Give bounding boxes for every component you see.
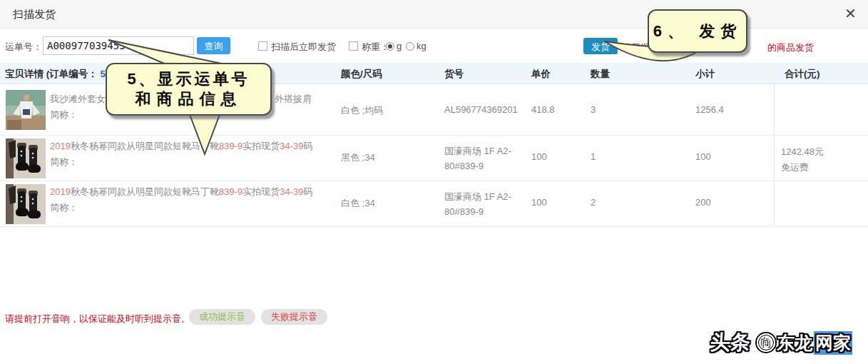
ship-notice-left: 温馨提 <box>622 41 650 54</box>
cell-sku: AL596774369201 <box>444 104 518 115</box>
title-highlight: 839-9 <box>219 141 242 151</box>
short-name-label: 简称： <box>50 201 78 214</box>
fail-sound-button[interactable]: 失败提示音 <box>261 309 327 325</box>
title-text: 码 <box>303 141 312 151</box>
title-text: 实拍现货 <box>242 186 280 197</box>
col-color-size: 颜色/尺码 <box>341 68 382 81</box>
success-sound-button[interactable]: 成功提示音 <box>189 309 255 325</box>
waybill-input[interactable] <box>43 36 194 55</box>
title-highlight: 2019 <box>50 141 71 151</box>
cell-color-size: 白色 ;34 <box>341 197 375 210</box>
cell-subtotal: 1256.4 <box>695 104 724 115</box>
product-title: 2019秋冬杨幂同款从明星同款短靴马丁靴839-9实拍现货34-39码 <box>50 140 312 153</box>
col-price: 单价 <box>531 68 551 81</box>
black-boots-photo <box>6 138 46 178</box>
callout-step6-label: 6、 发货 <box>653 21 742 41</box>
close-icon[interactable]: ✕ <box>844 6 857 21</box>
total-column-divider <box>774 84 775 227</box>
total-amount: 1242.48元 <box>781 144 824 160</box>
cell-color-size: 白色 ;均码 <box>341 104 383 117</box>
watermark-circle-icon: 向 <box>757 333 775 352</box>
title-text: 秋冬杨幂同款从明星同款短靴马丁靴 <box>71 141 219 151</box>
dialog-title: 扫描发货 <box>13 8 56 21</box>
weigh-checkbox[interactable] <box>349 41 358 51</box>
beach-outfit-photo <box>6 90 46 130</box>
scan-ship-dialog: 扫描发货 ✕ 运单号： 查询 扫描后立即发货 称重： g kg 发货 温馨提 的… <box>0 0 868 364</box>
cell-qty: 3 <box>591 104 596 115</box>
toutiao-logo: 头条 <box>710 329 752 356</box>
callout-step6: 6、 发货 <box>648 9 747 53</box>
cell-price: 100 <box>531 197 547 208</box>
product-title-fragment-right: 外搭披肩 <box>275 93 312 106</box>
table-row: 2019秋冬杨幂同款从明星同款短靴马丁靴839-9实拍现货34-39码 简称： … <box>0 136 868 181</box>
cell-subtotal: 200 <box>695 197 711 208</box>
query-button[interactable]: 查询 <box>197 37 230 54</box>
short-name-label: 简称： <box>50 156 78 168</box>
cell-sku: 国濠商场 1F A2-80#839-9 <box>444 143 524 173</box>
title-text: 码 <box>303 186 312 197</box>
callout-step5-line2: 和商品信息 <box>136 89 242 109</box>
col-total: 合计(元) <box>785 68 820 81</box>
cell-sku: 国濠商场 1F A2-80#839-9 <box>444 189 524 219</box>
watermark-handle-left: 东龙 <box>777 331 812 355</box>
title-highlight: 2019 <box>50 186 71 197</box>
order-label: (订单编号： <box>46 69 98 79</box>
ship-button[interactable]: 发货 <box>583 38 618 54</box>
col-subtotal: 小计 <box>695 68 715 81</box>
audio-notice: 请提前打开音响，以保证能及时听到提示音。 <box>5 313 190 325</box>
title-text: 秋冬杨幂同款从明星同款短靴马丁靴 <box>71 186 219 197</box>
item-header-label: 宝贝详情 <box>5 69 44 79</box>
cell-subtotal: 100 <box>695 151 711 162</box>
title-highlight: 34-39 <box>280 141 303 151</box>
title-highlight: 34-39 <box>280 186 303 197</box>
waybill-label: 运单号： <box>5 41 42 54</box>
col-qty: 数量 <box>591 68 610 81</box>
free-shipping-label: 免运费 <box>781 160 824 176</box>
cell-qty: 1 <box>591 151 596 162</box>
watermark: 头条 向 东龙 网家 <box>710 329 852 356</box>
cell-color-size: 黑色 ;34 <box>341 151 375 164</box>
table-row: 2019秋冬杨幂同款从明星同款短靴马丁靴839-9实拍现货34-39码 简称： … <box>0 181 868 227</box>
callout-step5-line1: 5、显示运单号 <box>127 69 250 89</box>
cell-price: 418.8 <box>531 104 555 115</box>
short-name-label: 简称： <box>50 108 78 121</box>
cell-qty: 2 <box>591 197 596 208</box>
ship-notice-right: 的商品发货 <box>767 41 814 54</box>
title-highlight: 839-9 <box>219 186 242 197</box>
product-title: 2019秋冬杨幂同款从明星同款短靴马丁靴839-9实拍现货34-39码 <box>50 186 312 198</box>
unit-g-radio[interactable] <box>386 42 394 51</box>
unit-kg-label: kg <box>417 41 427 51</box>
col-sku: 货号 <box>444 68 464 81</box>
watermark-handle: 向 东龙 网家 <box>757 331 852 355</box>
black-boots-photo <box>6 184 46 224</box>
ship-immediately-checkbox[interactable] <box>258 41 267 51</box>
unit-g-label: g <box>397 41 402 51</box>
radio-dot <box>388 44 392 49</box>
watermark-handle-right: 网家 <box>814 331 852 355</box>
unit-kg-radio[interactable] <box>406 42 414 51</box>
title-text: 实拍现货 <box>242 141 280 151</box>
cell-price: 100 <box>531 151 547 162</box>
order-total: 1242.48元 免运费 <box>781 144 824 176</box>
col-item: 宝贝详情 (订单编号： 565 <box>5 68 116 81</box>
callout-step5: 5、显示运单号 和商品信息 <box>106 63 272 116</box>
ship-immediately-label: 扫描后立即发货 <box>271 41 336 54</box>
